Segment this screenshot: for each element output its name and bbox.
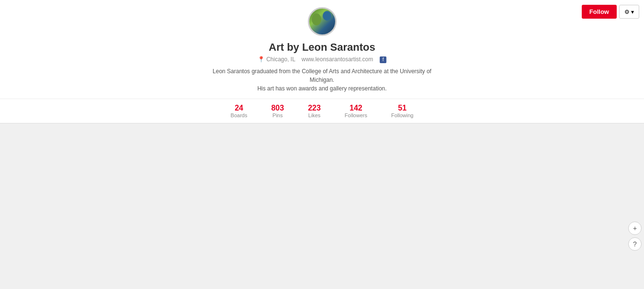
location-pin-icon: 📍 [258,56,265,63]
stat-number-followers: 142 [345,104,367,112]
avatar[interactable] [308,7,337,37]
profile-name: Art by Leon Sarantos [0,41,644,54]
gear-icon: ⚙ [624,9,630,15]
stat-followers[interactable]: 142 Followers [345,104,367,118]
profile-location: Chicago, IL [266,56,295,63]
stat-pins[interactable]: 803 Pins [271,104,284,118]
stat-following[interactable]: 51 Following [391,104,413,118]
profile-website[interactable]: www.leonsarantosartist.com [302,56,373,63]
stat-label-followers: Followers [345,112,367,118]
stat-label-boards: Boards [231,112,248,118]
avatar-image [308,7,337,36]
facebook-icon[interactable]: f [380,56,386,63]
stat-label-pins: Pins [271,112,284,118]
stat-number-likes: 223 [308,104,321,112]
boards-grid [0,123,644,138]
profile-meta: 📍 Chicago, IL www.leonsarantosartist.com… [0,56,644,63]
stat-boards[interactable]: 24 Boards [231,104,248,118]
chevron-down-icon: ▾ [631,9,634,15]
stat-number-following: 51 [391,104,413,112]
boards-area [0,123,644,138]
profile-header: Art by Leon Sarantos 📍 Chicago, IL www.l… [0,0,644,123]
stat-label-likes: Likes [308,112,321,118]
settings-button[interactable]: ⚙ ▾ [619,5,639,19]
bio-line2: His art has won awards and gallery repre… [257,85,386,92]
stat-number-pins: 803 [271,104,284,112]
profile-bio: Leon Sarantos graduated from the College… [203,67,442,93]
top-action-area: Follow ⚙ ▾ [582,5,639,19]
profile-stats: 24 Boards 803 Pins 223 Likes 142 Followe… [0,99,644,123]
bio-line1: Leon Sarantos graduated from the College… [213,68,431,83]
stat-label-following: Following [391,112,413,118]
stat-number-boards: 24 [231,104,248,112]
follow-button[interactable]: Follow [582,5,617,19]
stat-likes[interactable]: 223 Likes [308,104,321,118]
